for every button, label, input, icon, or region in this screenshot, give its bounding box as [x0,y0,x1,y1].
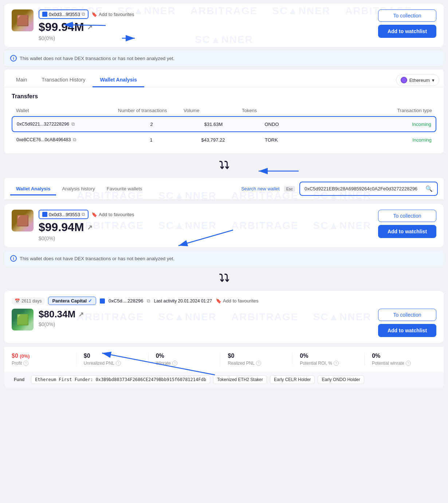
add-to-favourites-btn-2[interactable]: 🔖 Add to favourites [91,212,134,217]
wallet-header-3: 🟩 $80.34M ↗ $0(0%) To collection Add to … [12,309,436,337]
to-collection-btn-1[interactable]: To collection [378,9,436,22]
share-icon-2[interactable]: ↗ [87,223,93,231]
wallet-right-2: To collection Add to watchlist [378,210,436,238]
tab-transaction-history[interactable]: Transaction History [34,73,93,87]
row2-num: 1 [118,137,184,143]
wallet-icon-1 [42,12,47,17]
last-activity: Last activity 20.01.2024 01:27 [154,298,212,304]
search-icon[interactable]: 🔍 [425,185,433,192]
wallet-header-1: 🟫 0x0d3...9f3553 ⧉ 🔖 Add to favourites [12,9,436,41]
analysis-tab-history[interactable]: Analysis history [56,183,101,195]
info-notice-1: i This wallet does not have DEX transact… [4,51,444,66]
table-row: 0xC5d9221...3272228296 ⧉ 2 $31.63M ONDO … [12,116,436,132]
stat-roi: 0% Potential ROI, % ? [300,353,365,366]
help-icon-roi[interactable]: ? [334,361,339,366]
bookmark-icon-1: 🔖 [91,12,97,17]
share-icon-1[interactable]: ↗ [87,23,93,31]
stat-winrate-label: Winrate ? [156,361,213,366]
stat-realized-label: Realized PNL ? [228,361,285,366]
days-badge: 📅 2611 days [12,297,44,305]
tag-ondo-holder[interactable]: Early ONDO Holder [318,375,364,384]
stat-profit-value: $0 (0%) [12,353,69,359]
copy-icon-row1[interactable]: ⧉ [71,121,75,127]
copy-icon-3[interactable]: ⧉ [147,298,150,304]
help-icon-unrealized[interactable]: ? [116,361,121,366]
search-input-container: 🔍 [299,182,438,196]
tag-celr-holder[interactable]: Early CELR Holder [270,375,315,384]
col-wallet: Wallet [16,108,118,113]
tabs-group: Main Transaction History Wallet Analysis [9,73,144,87]
col-volume: Volume [184,108,242,113]
wallet-address-text-2: 0x0d3...9f3553 [49,212,80,217]
tag-eth2-staker[interactable]: Tokenized ETH2 Staker [213,375,267,384]
row1-tx-type: Incoming [301,122,431,127]
wallet-avatar-3: 🟩 [12,309,34,330]
to-collection-btn-3[interactable]: To collection [378,309,436,321]
copy-icon-row2[interactable]: ⧉ [73,137,76,143]
add-to-watchlist-btn-1[interactable]: Add to watchlist [378,25,436,38]
wallet-card-2: ARBITRAGE SC▲NNER ARBITRAGE SC▲NNER 🟫 0x… [4,204,444,247]
col-tokens: Tokens [242,108,300,113]
stat-unrealized-value: $0 [84,353,141,359]
bookmark-icon-3: 🔖 [216,298,221,304]
help-icon-winrate[interactable]: ? [172,361,177,366]
wallet-left-2: 🟫 0x0d3...9f3553 ⧉ 🔖 Add to favourites [12,210,134,241]
wallet-address-badge-1[interactable]: 0x0d3...9f3553 ⧉ [39,9,89,19]
fund-address[interactable]: Ethereum First Funder: 0x3B9bd803734F268… [31,375,210,384]
wallet-right-3: To collection Add to watchlist [378,309,436,337]
wallet-header-2: 🟫 0x0d3...9f3553 ⧉ 🔖 Add to favourites [12,210,436,241]
wallet-right-1: To collection Add to watchlist [378,9,436,38]
eth-icon [401,77,407,83]
add-to-watchlist-btn-2[interactable]: Add to watchlist [378,225,436,238]
search-new-wallet-btn[interactable]: Search new wallet [241,186,280,191]
transfers-section: ARBITRAGE SC▲NNER ARBITRAGE SC▲NNER Tran… [4,87,444,153]
analysis-tab-favourites[interactable]: Favourite wallets [101,183,148,195]
tags-bar: Fund Ethereum First Funder: 0x3B9bd80373… [4,372,444,388]
chevron-separator-1: ⤵⤵ [0,157,448,174]
stat-realized: $0 Realized PNL ? [228,353,292,366]
transfers-title: Transfers [12,93,436,100]
wallet-value-2: $99.94M ↗ [39,221,134,234]
wallet-left-1: 🟫 0x0d3...9f3553 ⧉ 🔖 Add to favourites [12,9,134,41]
esc-badge: Esc [284,186,295,192]
analysis-tabs: Wallet Analysis Analysis history Favouri… [10,183,148,195]
col-num-tx: Number of transactions [118,108,184,113]
row2-token: TORK [242,137,300,143]
table-row: 0xe8CCE76...0cAB496483 ⧉ 1 $43,797.22 TO… [12,132,436,147]
share-icon-3[interactable]: ↗ [78,310,84,318]
wallet-subvalue-1: $0(0%) [39,35,134,41]
add-to-watchlist-btn-3[interactable]: Add to watchlist [378,324,436,337]
copy-icon-1[interactable]: ⧉ [82,11,85,17]
help-icon-realized[interactable]: ? [256,361,261,366]
col-tx-type: Transaction type [300,108,432,113]
search-input[interactable] [304,186,423,191]
fund-label: Fund [10,376,28,384]
row2-wallet: 0xe8CCE76...0cAB496483 ⧉ [16,137,118,143]
add-to-favourites-btn-1[interactable]: 🔖 Add to favourites [91,12,134,17]
meta-row-3: 📅 2611 days Pantera Capital ✓ 0xC5d....2… [12,297,436,305]
stat-unrealized-label: Unrealized PNL ? [84,361,141,366]
wallet-address-text-1: 0x0d3...9f3553 [49,12,80,17]
add-to-favourites-btn-3[interactable]: 🔖 Add to favourites [216,298,259,304]
stat-profit: $0 (0%) Profit ? [12,353,76,366]
stat-unrealized: $0 Unrealized PNL ? [84,353,149,366]
info-icon-2: i [10,255,17,262]
wallet-avatar-2: 🟫 [12,210,34,231]
tab-wallet-analysis[interactable]: Wallet Analysis [93,73,144,87]
wallet-address-badge-2[interactable]: 0x0d3...9f3553 ⧉ [39,210,89,219]
row1-num: 2 [119,122,184,127]
copy-icon-2[interactable]: ⧉ [82,211,85,217]
row1-token: ONDO [243,122,301,127]
bookmark-icon-2: 🔖 [91,212,97,217]
stat-realized-value: $0 [228,353,285,359]
analysis-tab-wallet-analysis[interactable]: Wallet Analysis [10,183,56,195]
network-selector[interactable]: Ethereum ▾ [396,74,439,86]
stat-roi-value: 0% [300,353,357,359]
help-icon-potential-winrate[interactable]: ? [406,361,411,366]
help-icon-profit[interactable]: ? [23,361,28,366]
tab-main[interactable]: Main [9,73,34,87]
wallet-avatar-1: 🟫 [12,9,34,31]
wallet-info-3: $80.34M ↗ $0(0%) [39,309,84,327]
analysis-tabs-bar: Wallet Analysis Analysis history Favouri… [4,178,444,200]
to-collection-btn-2[interactable]: To collection [378,210,436,222]
